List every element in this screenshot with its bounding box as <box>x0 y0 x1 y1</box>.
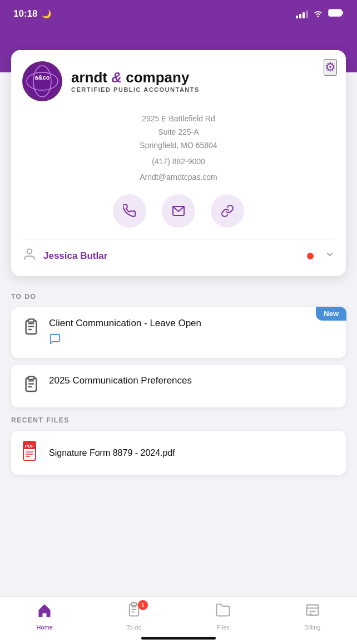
email-button[interactable] <box>162 194 195 228</box>
todo-content-1: Client Communication - Leave Open <box>49 317 335 348</box>
todo-title-1: Client Communication - Leave Open <box>49 317 335 330</box>
home-indicator <box>141 637 216 640</box>
billing-nav-label: Billing <box>304 624 320 631</box>
svg-rect-0 <box>329 9 341 16</box>
status-bar: 10:18 🌙 <box>0 0 357 28</box>
file-item-1[interactable]: PDF Signature Form 8879 - 2024.pdf <box>11 431 346 475</box>
email-address: Arndt@arndtcpas.com <box>22 171 335 184</box>
recent-files-label: RECENT FILES <box>11 416 346 424</box>
svg-rect-12 <box>28 319 34 322</box>
company-info: 2925 E Battlefield Rd Suite 225-A Spring… <box>22 112 335 184</box>
pdf-file-icon: PDF <box>22 441 40 465</box>
svg-text:PDF: PDF <box>25 444 34 449</box>
home-icon <box>37 602 52 622</box>
status-icons <box>296 8 344 19</box>
todo-nav-label: To-do <box>126 624 142 631</box>
todo-section-label: TO DO <box>11 293 346 301</box>
nav-todo[interactable]: 1 To-do <box>115 602 153 631</box>
new-badge: New <box>316 307 346 321</box>
todo-title-2: 2025 Communication Preferences <box>49 375 335 387</box>
clipboard-icon-2 <box>22 376 40 397</box>
svg-rect-17 <box>28 376 34 379</box>
phone-number: (417) 882-9000 <box>22 155 335 169</box>
billing-icon <box>305 602 320 622</box>
svg-rect-29 <box>306 605 318 616</box>
user-row[interactable]: Jessica Butlar <box>22 247 335 265</box>
user-name-label: Jessica Butlar <box>43 250 300 262</box>
logo-svg: a&co <box>26 65 59 98</box>
svg-text:a&co: a&co <box>35 74 50 81</box>
chevron-down-icon[interactable] <box>325 249 335 262</box>
todo-item-2[interactable]: 2025 Communication Preferences <box>11 365 346 407</box>
battery-icon <box>328 9 344 19</box>
address-line2: Suite 225-A <box>22 126 335 139</box>
signal-bars-icon <box>296 9 308 18</box>
company-card: ⚙ a&co arndt & company CERTIFIED PUBLIC … <box>11 50 346 276</box>
company-logo: a&co <box>22 61 62 101</box>
user-avatar-icon <box>22 247 37 265</box>
todo-badge: 1 <box>138 600 148 610</box>
clipboard-icon-1 <box>22 318 40 340</box>
company-subtitle: CERTIFIED PUBLIC ACCOUNTANTS <box>71 86 200 93</box>
company-full-name: arndt & company <box>71 70 200 86</box>
todo-content-2: 2025 Communication Preferences <box>49 375 335 387</box>
main-content: TO DO New Client Communication - Leave O… <box>0 276 357 475</box>
file-name-1: Signature Form 8879 - 2024.pdf <box>49 448 175 458</box>
card-divider <box>22 239 335 239</box>
address-line3: Springfield, MO 65804 <box>22 139 335 153</box>
wifi-icon <box>313 8 324 19</box>
company-header: a&co arndt & company CERTIFIED PUBLIC AC… <box>22 61 335 101</box>
nav-files[interactable]: Files <box>204 602 242 631</box>
nav-home[interactable]: Home <box>25 602 64 631</box>
sleep-icon: 🌙 <box>42 9 51 18</box>
svg-point-7 <box>27 249 32 254</box>
files-nav-label: Files <box>217 624 230 631</box>
nav-billing[interactable]: Billing <box>293 602 332 631</box>
settings-gear-button[interactable]: ⚙ <box>324 59 337 76</box>
svg-point-2 <box>26 65 59 98</box>
todo-item-1[interactable]: New Client Communication - Leave Open <box>11 307 346 358</box>
status-time: 10:18 🌙 <box>13 8 51 19</box>
link-button[interactable] <box>211 194 244 228</box>
svg-rect-28 <box>131 603 136 606</box>
address-line1: 2925 E Battlefield Rd <box>22 112 335 126</box>
svg-rect-1 <box>342 11 343 14</box>
contact-buttons-row <box>22 194 335 228</box>
files-icon <box>215 602 231 622</box>
company-name-block: arndt & company CERTIFIED PUBLIC ACCOUNT… <box>71 70 200 94</box>
home-label: Home <box>37 624 53 631</box>
phone-button[interactable] <box>113 194 146 228</box>
chat-icon <box>49 333 335 348</box>
status-dot-red <box>307 253 314 259</box>
